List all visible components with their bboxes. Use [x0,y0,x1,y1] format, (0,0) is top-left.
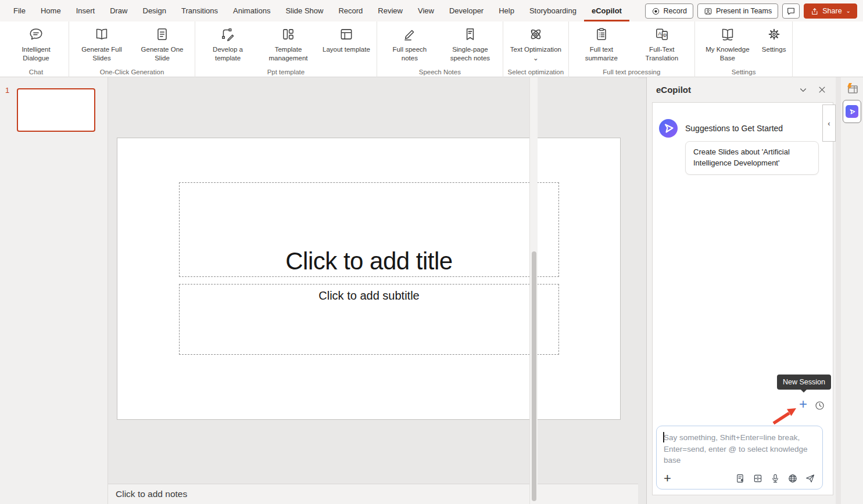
menu-item-ecopilot[interactable]: eCopilot [584,0,629,21]
application-window: File Home Insert Draw Design Transitions… [0,0,863,504]
ribbon-group-chat: Intelligent Dialogue Chat [3,21,69,77]
blocks-icon [281,26,296,42]
menu-item-file[interactable]: File [6,0,33,21]
template-management-button[interactable]: Template management [258,23,318,68]
ecopilot-panel: eCopilot Suggestions to Get Started Crea… [646,77,836,504]
addin-sidebar [841,77,863,504]
share-button[interactable]: Share ⌄ [804,3,857,19]
panel-collapse-tab[interactable]: ‹ [822,105,836,142]
menu-item-transitions[interactable]: Transitions [174,0,225,21]
prompt-template-icon[interactable] [735,473,746,484]
new-session-button[interactable]: + [797,398,810,411]
history-clock-icon[interactable] [814,400,825,411]
suggestion-card[interactable]: Create Slides about 'Artificial Intellig… [685,141,819,175]
svg-text:Φ: Φ [663,33,667,38]
microphone-icon[interactable] [770,473,780,484]
quick-addin-icon[interactable] [845,82,859,96]
chat-input-box: + [656,426,823,489]
suggestions-title: Suggestions to Get Started [685,124,783,133]
menu-item-draw[interactable]: Draw [102,0,135,21]
editor-scrollbar [529,77,538,504]
ribbon-group-speech-notes: Full speech notes Single-page speech not… [377,21,503,77]
text-caret [663,432,664,442]
knowledge-book-icon [720,26,735,42]
my-knowledge-base-button[interactable]: My Knowledge Base [697,23,758,68]
notes-placeholder[interactable]: Click to add notes [108,484,638,504]
chat-input[interactable] [658,427,821,467]
teams-icon [704,7,712,16]
attach-plus-button[interactable]: + [664,473,671,484]
menu-bar: File Home Insert Draw Design Transitions… [0,0,863,21]
ribbon-group-label: Full text processing [569,69,694,75]
send-icon[interactable] [805,473,815,484]
ribbon-group-ppt-template: Develop a template Template management L… [195,21,377,77]
gear-icon [767,26,782,42]
clipboard-list-icon [594,26,609,42]
menu-item-insert[interactable]: Insert [69,0,103,21]
menu-item-review[interactable]: Review [370,0,410,21]
ribbon-group-settings: My Knowledge Base Settings Settings [695,21,793,77]
chevron-left-icon: ‹ [828,119,830,128]
text-optimization-button[interactable]: Text Optimization ⌄ [506,23,566,68]
share-dropdown-chevron-icon: ⌄ [846,8,851,14]
ribbon-group-one-click-generation: Generate Full Slides Generate One Slide … [69,21,195,77]
ribbon-group-label: Ppt template [195,69,377,75]
full-text-summarize-button[interactable]: Full text summarize [571,23,632,68]
ecopilot-settings-button[interactable]: Settings [758,23,790,68]
globe-icon[interactable] [787,473,798,484]
menu-item-slide-show[interactable]: Slide Show [278,0,331,21]
record-button[interactable]: Record [645,3,693,19]
menu-item-storyboarding[interactable]: Storyboarding [522,0,584,21]
ecopilot-panel-header: eCopilot [647,77,836,102]
ecopilot-logo [659,119,678,138]
generate-full-slides-button[interactable]: Generate Full Slides [71,23,132,68]
panel-gap [836,77,841,504]
topbar-actions: Record Present in Teams Share ⌄ [645,3,857,19]
full-speech-notes-button[interactable]: Full speech notes [379,23,440,68]
generate-one-slide-button[interactable]: Generate One Slide [132,23,192,68]
document-icon [155,26,170,42]
ecopilot-panel-title: eCopilot [656,85,691,95]
slide-number: 1 [5,86,9,95]
menu-item-developer[interactable]: Developer [442,0,491,21]
dropdown-chevron-icon: ⌄ [533,55,539,62]
menu-item-record[interactable]: Record [331,0,370,21]
ecopilot-addin-icon [846,105,858,118]
pen-path-icon [220,26,235,42]
title-placeholder[interactable]: Click to add title [179,182,559,277]
ribbon-group-select-optimization: Text Optimization ⌄ Select optimization [503,21,569,77]
layout-template-button[interactable]: Layout template [318,23,374,68]
translate-icon: AΦ [654,26,669,42]
menu-item-animations[interactable]: Animations [225,0,278,21]
comments-button[interactable] [782,3,800,19]
pencil-icon [402,26,417,42]
bookmark-icon [463,26,478,42]
svg-text:A: A [658,30,662,36]
ribbon-group-label: Select optimization [503,69,568,75]
ribbon-group-label: One-Click Generation [69,69,195,75]
intelligent-dialogue-button[interactable]: Intelligent Dialogue [6,23,66,68]
panel-close-icon[interactable] [818,85,826,94]
menu-item-home[interactable]: Home [33,0,69,21]
ribbon: Intelligent Dialogue Chat Generate Full … [0,21,863,77]
record-icon [651,7,660,16]
develop-a-template-button[interactable]: Develop a template [198,23,258,68]
chat-input-toolbar: + [664,473,815,484]
ecopilot-addin-button[interactable] [843,100,861,123]
slide-canvas: Click to add title Click to add subtitle [117,138,621,420]
single-page-speech-notes-button[interactable]: Single-page speech notes [440,23,500,68]
full-text-translation-button[interactable]: AΦ Full-Text Translation [632,23,692,68]
layout-icon [339,26,354,42]
ribbon-group-full-text-processing: Full text summarize AΦ Full-Text Transla… [569,21,695,77]
summary-card-icon[interactable] [753,473,763,484]
editor-scrollbar-thumb[interactable] [532,251,536,501]
panel-chevron-down-icon[interactable] [798,85,808,95]
slide-editor: Click to add title Click to add subtitle… [108,77,638,504]
open-book-icon [94,26,109,42]
menu-item-view[interactable]: View [410,0,442,21]
menu-item-design[interactable]: Design [135,0,174,21]
menu-item-help[interactable]: Help [491,0,522,21]
present-in-teams-button[interactable]: Present in Teams [697,3,778,19]
slide-thumbnail[interactable] [17,88,95,132]
subtitle-placeholder[interactable]: Click to add subtitle [179,284,559,355]
